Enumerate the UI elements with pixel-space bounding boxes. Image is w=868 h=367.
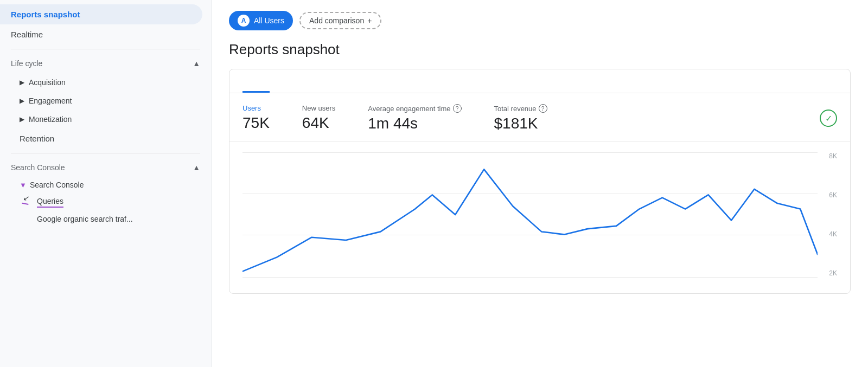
monetization-arrow-icon: ▶: [20, 115, 24, 123]
search-console-section-label: Search Console: [11, 163, 65, 172]
metric-avg-engagement: Average engagement time ? 1m 44s: [368, 104, 461, 132]
new-users-label: New users: [302, 104, 335, 112]
metric-users: Users 75K: [242, 104, 270, 132]
top-bar: A All Users Add comparison +: [229, 11, 851, 30]
lifecycle-section-header[interactable]: Life cycle ▲: [0, 54, 211, 73]
users-label: Users: [242, 104, 270, 112]
search-console-chevron-icon: ▲: [193, 163, 200, 172]
total-revenue-label: Total revenue ?: [494, 104, 547, 113]
sidebar-item-reports-snapshot[interactable]: Reports snapshot: [0, 4, 202, 24]
y-label-2k: 2K: [829, 269, 837, 277]
line-chart-svg: [242, 152, 818, 277]
lifecycle-chevron-icon: ▲: [193, 59, 200, 68]
engagement-arrow-icon: ▶: [20, 97, 24, 105]
metric-total-revenue: Total revenue ? $181K: [494, 104, 547, 132]
lifecycle-label: Life cycle: [11, 59, 42, 68]
avg-engagement-info-icon[interactable]: ?: [453, 104, 462, 113]
sidebar: Reports snapshot Realtime Life cycle ▲ ▶…: [0, 0, 212, 367]
page-title: Reports snapshot: [229, 41, 851, 58]
metrics-tab-active[interactable]: [242, 69, 270, 93]
chart-area: 8K 6K 4K 2K: [229, 141, 850, 293]
acquisition-arrow-icon: ▶: [20, 79, 24, 86]
sidebar-item-monetization[interactable]: ▶ Monetization: [0, 110, 211, 128]
reports-snapshot-label: Reports snapshot: [11, 10, 80, 19]
engagement-label: Engagement: [29, 96, 72, 105]
sidebar-item-google-organic[interactable]: Google organic search traf...: [0, 210, 211, 228]
add-icon: +: [367, 16, 372, 25]
add-comparison-label: Add comparison: [309, 16, 364, 25]
total-revenue-info-icon[interactable]: ?: [539, 104, 547, 113]
new-users-value: 64K: [302, 114, 335, 132]
search-console-section-header[interactable]: Search Console ▲: [0, 158, 211, 177]
metric-new-users: New users 64K: [302, 104, 335, 132]
avg-engagement-value: 1m 44s: [368, 115, 461, 132]
y-label-8k: 8K: [829, 152, 837, 160]
users-value: 75K: [242, 114, 270, 132]
retention-label: Retention: [20, 134, 54, 143]
monetization-label: Monetization: [29, 115, 72, 124]
purple-arrow-icon: ↙: [22, 193, 30, 205]
avg-engagement-label: Average engagement time ?: [368, 104, 461, 113]
sidebar-item-queries[interactable]: ↙ Queries: [0, 192, 211, 210]
metrics-tab-bar: [229, 69, 850, 93]
metrics-card: Users 75K New users 64K Average engageme…: [229, 69, 851, 294]
y-label-6k: 6K: [829, 191, 837, 199]
sidebar-item-engagement[interactable]: ▶ Engagement: [0, 92, 211, 110]
main-content: A All Users Add comparison + Reports sna…: [212, 0, 868, 367]
all-users-label: All Users: [254, 16, 284, 25]
all-users-avatar: A: [238, 15, 250, 27]
all-users-button[interactable]: A All Users: [229, 11, 293, 30]
search-console-dropdown-arrow-icon: ▼: [20, 181, 27, 189]
chart-y-labels: 8K 6K 4K 2K: [829, 152, 837, 277]
divider-2: [11, 153, 200, 153]
sidebar-item-acquisition[interactable]: ▶ Acquisition: [0, 73, 211, 92]
sidebar-item-retention[interactable]: Retention: [0, 128, 211, 149]
metrics-row: Users 75K New users 64K Average engageme…: [229, 93, 850, 141]
add-comparison-button[interactable]: Add comparison +: [299, 12, 381, 29]
sidebar-item-realtime[interactable]: Realtime: [0, 24, 211, 44]
search-console-nav-label: Search Console: [30, 181, 84, 189]
checkmark-icon: ✓: [820, 110, 837, 127]
acquisition-label: Acquisition: [29, 78, 66, 87]
grid-line-bottom: [242, 277, 818, 278]
y-label-4k: 4K: [829, 230, 837, 238]
chart-line: [242, 169, 818, 271]
total-revenue-value: $181K: [494, 115, 547, 132]
realtime-label: Realtime: [11, 30, 43, 39]
sidebar-item-search-console[interactable]: ▼ Search Console: [0, 177, 211, 192]
google-organic-label: Google organic search traf...: [37, 215, 133, 223]
queries-label: Queries: [37, 197, 63, 208]
divider-1: [11, 49, 200, 49]
